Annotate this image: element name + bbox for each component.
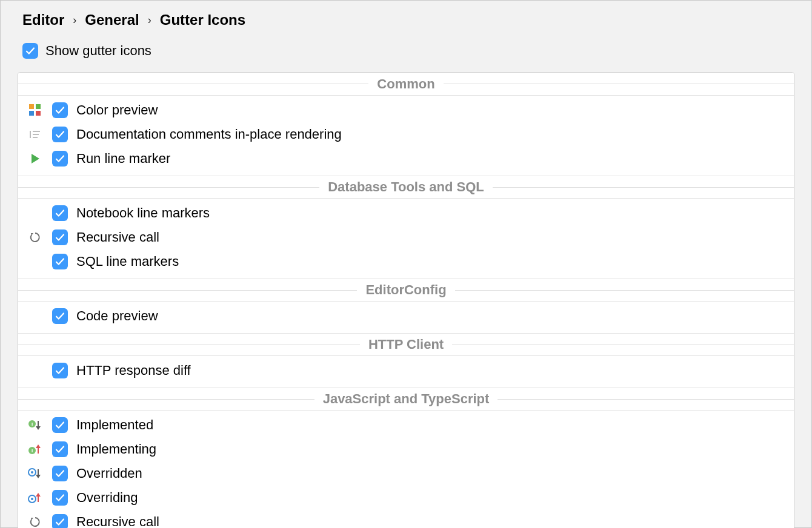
list-item: Recursive call — [18, 225, 794, 249]
icon-slot-empty — [27, 205, 44, 222]
list-item: IImplementing — [18, 437, 794, 461]
item-checkbox[interactable] — [52, 308, 68, 324]
list-item: HTTP response diff — [18, 358, 794, 383]
group-title: Database Tools and SQL — [319, 179, 493, 195]
item-checkbox[interactable] — [52, 229, 68, 245]
item-label: Color preview — [76, 102, 158, 118]
overriding-icon — [27, 489, 44, 506]
group-title: JavaScript and TypeScript — [314, 391, 498, 407]
item-checkbox[interactable] — [52, 441, 68, 457]
svg-marker-20 — [36, 493, 41, 497]
item-label: Implementing — [76, 441, 156, 457]
list-item: SQL line markers — [18, 249, 794, 274]
svg-text:I: I — [32, 448, 33, 454]
chevron-right-icon: › — [73, 14, 76, 27]
item-checkbox[interactable] — [52, 205, 68, 221]
implemented-icon: I — [27, 417, 44, 434]
list-item: IImplemented — [18, 413, 794, 437]
item-label: Documentation comments in-place renderin… — [76, 127, 342, 142]
item-checkbox[interactable] — [52, 417, 68, 433]
gutter-icons-list: CommonColor previewDocumentation comment… — [18, 72, 794, 528]
svg-marker-16 — [36, 475, 41, 478]
group-title: EditorConfig — [357, 282, 454, 298]
group-header: HTTP Client — [18, 333, 794, 356]
item-label: SQL line markers — [76, 254, 179, 269]
settings-panel: Editor › General › Gutter Icons Show gut… — [0, 0, 812, 528]
breadcrumb-item[interactable]: Gutter Icons — [160, 12, 245, 28]
item-checkbox[interactable] — [52, 363, 68, 378]
list-item: Overridden — [18, 461, 794, 486]
group-header: Common — [18, 73, 794, 96]
group-header: EditorConfig — [18, 279, 794, 302]
show-gutter-icons-checkbox[interactable] — [22, 43, 38, 59]
icon-slot-empty — [27, 308, 44, 325]
item-label: Implemented — [76, 417, 153, 433]
item-label: HTTP response diff — [76, 363, 191, 378]
item-label: Run line marker — [76, 151, 170, 167]
group-body: HTTP response diff — [18, 356, 794, 388]
recursive-icon — [27, 229, 44, 246]
item-label: Overriding — [76, 490, 138, 506]
group-body: IImplementedIImplementingOverriddenOverr… — [18, 411, 794, 528]
group-header: JavaScript and TypeScript — [18, 388, 794, 411]
list-item: Overriding — [18, 486, 794, 510]
item-checkbox[interactable] — [52, 254, 68, 269]
item-checkbox[interactable] — [52, 466, 68, 481]
svg-marker-12 — [36, 444, 41, 448]
svg-point-18 — [31, 498, 33, 500]
recursive-icon — [27, 513, 44, 528]
group-body: Notebook line markersRecursive callSQL l… — [18, 199, 794, 279]
icon-slot-empty — [27, 362, 44, 379]
doc-lines-icon — [27, 126, 44, 143]
group-body: Code preview — [18, 302, 794, 333]
list-item: Recursive call — [18, 510, 794, 528]
list-item: Notebook line markers — [18, 201, 794, 225]
svg-text:I: I — [32, 421, 33, 427]
show-gutter-icons-label: Show gutter icons — [45, 43, 151, 59]
group-header: Database Tools and SQL — [18, 176, 794, 199]
group-body: Color previewDocumentation comments in-p… — [18, 96, 794, 176]
item-checkbox[interactable] — [52, 151, 68, 167]
icon-slot-empty — [27, 253, 44, 270]
item-checkbox[interactable] — [52, 127, 68, 142]
color-swatch-icon — [27, 102, 44, 119]
breadcrumb-item[interactable]: Editor — [22, 12, 64, 28]
list-item: Run line marker — [18, 147, 794, 171]
list-item: Color preview — [18, 98, 794, 122]
item-label: Recursive call — [76, 229, 159, 245]
chevron-right-icon: › — [148, 14, 151, 27]
item-label: Code preview — [76, 308, 158, 324]
svg-marker-8 — [36, 426, 41, 430]
item-label: Recursive call — [76, 514, 159, 528]
item-checkbox[interactable] — [52, 490, 68, 506]
item-label: Overridden — [76, 466, 142, 481]
group-title: HTTP Client — [360, 337, 452, 352]
overridden-icon — [27, 465, 44, 482]
item-label: Notebook line markers — [76, 205, 210, 221]
play-icon — [27, 150, 44, 167]
implementing-icon: I — [27, 441, 44, 458]
item-checkbox[interactable] — [52, 102, 68, 118]
list-item: Code preview — [18, 304, 794, 328]
show-gutter-icons-row: Show gutter icons — [1, 35, 811, 72]
list-item: Documentation comments in-place renderin… — [18, 122, 794, 147]
svg-point-14 — [31, 471, 33, 474]
item-checkbox[interactable] — [52, 514, 68, 528]
group-title: Common — [368, 76, 443, 92]
breadcrumb: Editor › General › Gutter Icons — [1, 1, 811, 35]
breadcrumb-item[interactable]: General — [85, 12, 139, 28]
